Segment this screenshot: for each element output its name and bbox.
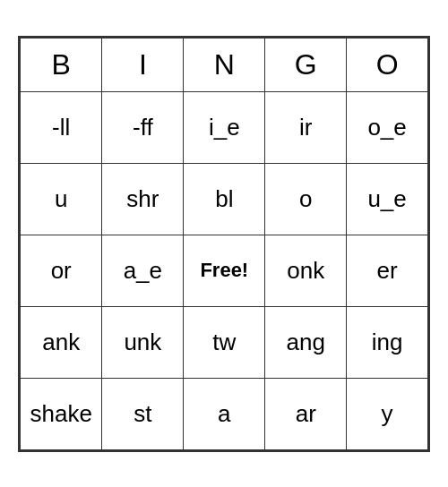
table-row: ora_eFree!onker — [21, 235, 428, 306]
table-cell: Free! — [184, 235, 265, 306]
table-cell: bl — [184, 163, 265, 235]
header-cell: N — [184, 38, 265, 91]
bingo-table: BINGO -ll-ffi_eiro_eushrblou_eora_eFree!… — [20, 38, 428, 450]
table-cell: unk — [102, 306, 184, 378]
table-cell: i_e — [184, 91, 265, 163]
header-cell: B — [21, 38, 102, 91]
header-cell: O — [347, 38, 428, 91]
bingo-card: BINGO -ll-ffi_eiro_eushrblou_eora_eFree!… — [18, 36, 430, 452]
table-cell: st — [102, 378, 184, 449]
table-cell: u_e — [347, 163, 428, 235]
table-cell: ang — [265, 306, 347, 378]
table-cell: o — [265, 163, 347, 235]
table-cell: o_e — [347, 91, 428, 163]
table-cell: or — [21, 235, 102, 306]
table-cell: ir — [265, 91, 347, 163]
table-cell: shr — [102, 163, 184, 235]
table-cell: -ll — [21, 91, 102, 163]
header-cell: I — [102, 38, 184, 91]
table-cell: a — [184, 378, 265, 449]
header-row: BINGO — [21, 38, 428, 91]
table-cell: ing — [347, 306, 428, 378]
header-cell: G — [265, 38, 347, 91]
table-cell: ar — [265, 378, 347, 449]
table-cell: onk — [265, 235, 347, 306]
table-row: ankunktwanging — [21, 306, 428, 378]
table-row: -ll-ffi_eiro_e — [21, 91, 428, 163]
table-cell: u — [21, 163, 102, 235]
table-cell: y — [347, 378, 428, 449]
table-cell: a_e — [102, 235, 184, 306]
table-cell: er — [347, 235, 428, 306]
table-cell: shake — [21, 378, 102, 449]
table-cell: tw — [184, 306, 265, 378]
table-row: shakestaary — [21, 378, 428, 449]
table-cell: ank — [21, 306, 102, 378]
table-cell: -ff — [102, 91, 184, 163]
table-row: ushrblou_e — [21, 163, 428, 235]
